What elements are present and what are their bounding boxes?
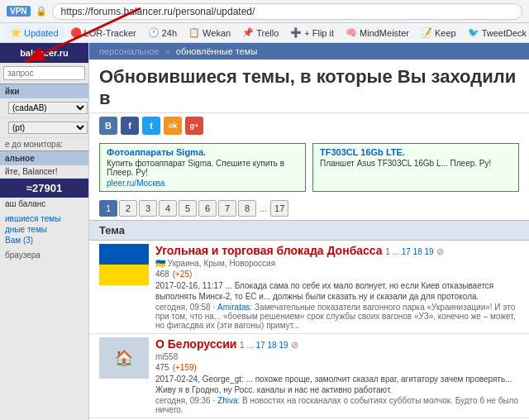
bookmark-tweetdeck[interactable]: 🐦 TweetDeck (463, 26, 529, 40)
sidebar-filter1[interactable]: (cadaAB) (0, 98, 88, 118)
topic-flag-2: mi558 (155, 352, 178, 361)
bookmark-flipit[interactable]: ➕ + Flip it (285, 26, 339, 40)
social-row: В f t ok g+ (89, 113, 529, 138)
sidebar-links-area: ившиеся темы дные темы Вам (3) (0, 210, 88, 249)
topic-thumb-news: 🏠 (99, 337, 149, 379)
page-btn-17[interactable]: 17 (270, 200, 288, 217)
balance-label: аш баланс (0, 198, 88, 210)
bookmark-label: LOR-Tracker (84, 28, 136, 38)
sidebar-link-updated[interactable]: ившиеся темы (5, 213, 83, 224)
ad-title-2[interactable]: TF303CL 16Gb LTE. (320, 147, 512, 157)
ad-link-1[interactable]: pleer.ru/Москва (107, 179, 298, 188)
bookmark-label: Trello (256, 28, 279, 38)
note-icon: 📝 (421, 27, 432, 38)
topic-update-2: сегодня, 09:36 · Zhiva: В новостях на го… (155, 396, 519, 414)
topic-pages-2: 1 ... 17 18 19 (240, 341, 288, 350)
topic-new-1: (+25) (173, 270, 193, 279)
topic-content: О Белоруссии 1 ... 17 18 19 ⊘ mi558 475 … (155, 337, 519, 414)
topic-update-1: сегодня, 09:58 · Amiratas: Замечательные… (155, 303, 519, 330)
ad-text-1: Купить фотоаппарат Sigma. Спешите купить… (107, 159, 298, 177)
sidebar-link-personal[interactable]: Вам (3) (5, 235, 83, 246)
bookmark-keep[interactable]: 📝 Keep (416, 26, 461, 40)
ad-banner-1: Фотоаппараты Sigma. Купить фотоаппарат S… (99, 143, 306, 192)
topic-meta-1: 🇺🇦 Украина, Крым, Новороссия (155, 259, 519, 268)
bookmark-label: Keep (435, 28, 456, 38)
bookmarks-bar: ⭐ Updated 🔴 LOR-Tracker 🕐 24h 📋 Wekan 📌 … (0, 23, 529, 43)
user-counter: ≈27901 (0, 179, 88, 198)
lock-icon: 🔒 (36, 6, 47, 17)
topic-item: 🏠 О Белоруссии 1 ... 17 18 19 ⊘ mi558 47… (89, 334, 529, 418)
page-wrapper: balancer.ru йки (cadaAB) (pt) е до монит… (0, 43, 529, 420)
breadcrumb-home[interactable]: персональное (99, 46, 160, 56)
bookmark-label: Wekan (203, 28, 231, 38)
vpn-badge: VPN (7, 6, 31, 17)
bookmark-wekan[interactable]: 📋 Wekan (183, 26, 236, 40)
filter2-select[interactable]: (pt) (8, 122, 88, 134)
topic-meta-2: mi558 (155, 352, 519, 361)
topic-stats-2: 475 (+159) (155, 363, 519, 372)
bookmark-updated[interactable]: ⭐ Updated (5, 26, 64, 40)
topic-preview-2: 2017-02-24, George_gt: ... похоже проще,… (155, 374, 519, 395)
page-title: Обновившиеся темы, в которые Вы заходили… (89, 60, 529, 113)
search-input[interactable] (3, 66, 85, 80)
topic-block-btn-2[interactable]: ⊘ (291, 340, 298, 350)
clock-icon: 🕐 (148, 27, 160, 38)
ads-row: Фотоаппараты Sigma. Купить фотоаппарат S… (89, 138, 529, 197)
topic-item: Угольная и торговая блокада Донбасса 1 .… (89, 241, 529, 334)
page-btn-3[interactable]: 3 (139, 200, 157, 217)
page-separator: ... (258, 203, 269, 213)
page-btn-4[interactable]: 4 (159, 200, 177, 217)
monitor-label: е до монитора: (0, 138, 88, 150)
plus-icon: ➕ (290, 27, 302, 38)
bookmark-label: TweetDeck (482, 28, 527, 38)
ad-title-1[interactable]: Фотоаппараты Sigma. (107, 147, 298, 157)
star-icon: ⭐ (10, 27, 21, 38)
bookmark-trello[interactable]: 📌 Trello (237, 26, 284, 40)
bookmark-lor-tracker[interactable]: 🔴 LOR-Tracker (65, 26, 141, 40)
page-btn-7[interactable]: 7 (218, 200, 236, 217)
sidebar-section-personal: альное (0, 150, 88, 165)
social-vk-button[interactable]: В (99, 117, 117, 135)
topic-new-2: (+159) (173, 363, 197, 372)
tracker-icon: 🔴 (70, 27, 82, 38)
mind-icon: 🧠 (346, 27, 357, 38)
sidebar-filter2[interactable]: (pt) (0, 118, 88, 138)
greeting-text: йте, Balancer! (0, 165, 88, 179)
filter1-select[interactable]: (cadaAB) (8, 102, 88, 114)
page-btn-8[interactable]: 8 (238, 200, 256, 217)
breadcrumb-current: обновлённые темы (176, 46, 257, 56)
social-gp-button[interactable]: g+ (185, 117, 203, 135)
topic-block-btn-1[interactable]: ⊘ (436, 246, 444, 256)
topic-title-1[interactable]: Угольная и торговая блокада Донбасса (155, 244, 383, 257)
site-logo[interactable]: balancer.ru (0, 43, 88, 63)
topic-replies-1: 468 (155, 270, 169, 279)
url-bar[interactable]: https://forums.balancer.ru/personal/upda… (52, 3, 522, 20)
topic-thumb-ukraine (99, 244, 149, 285)
page-btn-5[interactable]: 5 (179, 200, 197, 217)
search-area (0, 63, 88, 84)
sidebar-link-new[interactable]: дные темы (5, 224, 83, 235)
sidebar-section-yjki: йки (0, 84, 88, 98)
bookmark-24h[interactable]: 🕐 24h (143, 26, 182, 40)
social-tw-button[interactable]: t (142, 117, 160, 135)
ad-banner-2: TF303CL 16Gb LTE. Планшет Asus TF303CL 1… (312, 143, 519, 192)
topic-preview-1: 2017-02-16, 11:17 ... Блокада сама по се… (155, 280, 519, 302)
topic-title-2[interactable]: О Белоруссии (155, 337, 236, 351)
bookmark-label: Updated (24, 28, 59, 38)
social-ok-button[interactable]: ok (164, 117, 182, 135)
bookmark-label: 24h (162, 28, 177, 38)
breadcrumb: персональное » обновлённые темы (89, 43, 529, 60)
topic-flag-1: 🇺🇦 Украина, Крым, Новороссия (155, 259, 275, 268)
topics-header: Тема (89, 220, 529, 241)
page-btn-6[interactable]: 6 (198, 200, 217, 217)
page-btn-2[interactable]: 2 (119, 200, 137, 217)
social-fb-button[interactable]: f (121, 117, 139, 135)
bookmark-label: + Flip it (304, 28, 334, 38)
sidebar: balancer.ru йки (cadaAB) (pt) е до монит… (0, 43, 89, 420)
main-content: персональное » обновлённые темы Обновивш… (89, 43, 529, 420)
twitter-icon: 🐦 (468, 27, 479, 38)
page-btn-1[interactable]: 1 (99, 200, 117, 217)
bookmark-mindmeister[interactable]: 🧠 MindMeister (341, 26, 414, 40)
board-icon: 📋 (188, 27, 200, 38)
browser-bar: VPN 🔒 https://forums.balancer.ru/persona… (0, 0, 529, 23)
